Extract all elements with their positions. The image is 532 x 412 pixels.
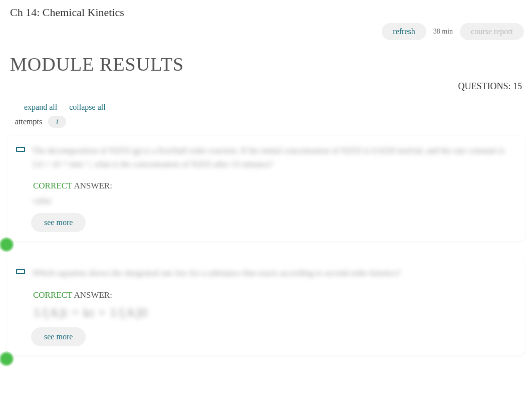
answer-label: ANSWER: <box>72 290 112 300</box>
see-more-button[interactable]: see more <box>31 327 86 346</box>
answer-value-blurred: value <box>16 194 516 213</box>
answer-header: CORRECT ANSWER: <box>16 171 516 194</box>
question-body: Which equation shows the integrated rate… <box>16 266 516 280</box>
questions-count-label: QUESTIONS: <box>458 81 510 91</box>
question-type-icon <box>16 269 25 274</box>
question-card-wrap: Which equation shows the integrated rate… <box>0 258 532 355</box>
question-prompt-blurred: Which equation shows the integrated rate… <box>32 266 400 280</box>
expand-all-button[interactable]: expand all <box>24 103 57 112</box>
expand-collapse-controls: expand all collapse all <box>0 99 532 114</box>
answer-header: CORRECT ANSWER: <box>16 280 516 303</box>
top-actions-bar: refresh 38 min course report <box>0 23 532 48</box>
question-card: Which equation shows the integrated rate… <box>7 258 525 355</box>
questions-count-value: 15 <box>513 81 522 91</box>
attempts-row: attempts i <box>0 114 532 133</box>
answer-value-blurred: 1/[A]t = kt + 1/[A]0 <box>16 303 516 327</box>
attempts-label: attempts <box>15 117 42 126</box>
attempts-info-icon[interactable]: i <box>48 116 66 128</box>
module-results-heading: MODULE RESULTS <box>0 48 532 81</box>
questions-count: QUESTIONS: 15 <box>0 81 532 99</box>
status-correct-icon <box>0 351 14 366</box>
chapter-title: Ch 14: Chemical Kinetics <box>0 0 532 23</box>
question-prompt-blurred: The decomposition of N2O5 (g) is a first… <box>32 144 516 171</box>
correct-label: CORRECT <box>33 181 72 190</box>
see-more-button[interactable]: see more <box>31 213 86 232</box>
collapse-all-button[interactable]: collapse all <box>69 103 105 112</box>
course-report-button: course report <box>460 23 524 40</box>
question-body: The decomposition of N2O5 (g) is a first… <box>16 144 516 171</box>
status-correct-icon <box>0 237 14 252</box>
answer-label: ANSWER: <box>72 181 112 190</box>
refresh-button[interactable]: refresh <box>382 23 426 40</box>
question-card: The decomposition of N2O5 (g) is a first… <box>7 136 525 241</box>
correct-label: CORRECT <box>33 290 72 300</box>
refresh-time-label: 38 min <box>431 28 455 36</box>
question-card-wrap: The decomposition of N2O5 (g) is a first… <box>0 136 532 241</box>
question-type-icon <box>16 147 25 152</box>
